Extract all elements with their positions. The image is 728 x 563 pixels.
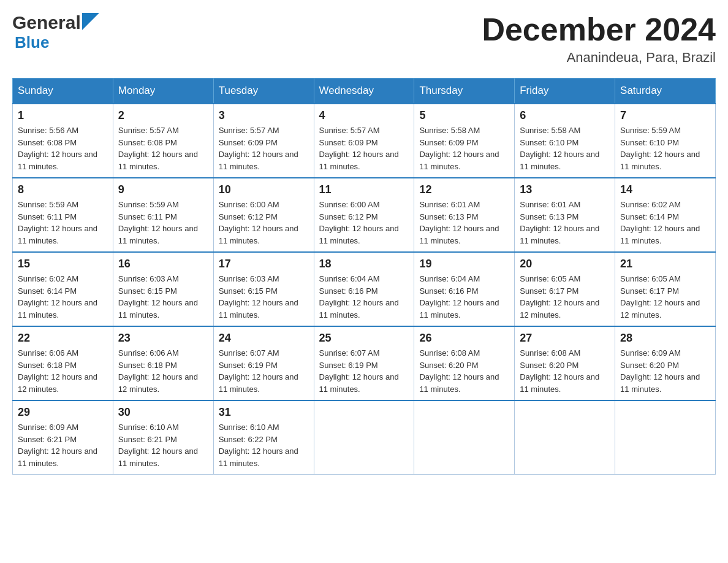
logo-blue-text: Blue bbox=[15, 33, 49, 52]
calendar-week-row: 1Sunrise: 5:56 AMSunset: 6:08 PMDaylight… bbox=[13, 104, 716, 178]
calendar-cell: 4Sunrise: 5:57 AMSunset: 6:09 PMDaylight… bbox=[314, 104, 414, 178]
page-header: General Blue December 2024 Ananindeua, P… bbox=[12, 12, 716, 66]
day-info: Sunrise: 6:02 AMSunset: 6:14 PMDaylight:… bbox=[620, 199, 710, 247]
day-number: 23 bbox=[118, 332, 208, 345]
calendar-cell: 17Sunrise: 6:03 AMSunset: 6:15 PMDayligh… bbox=[213, 252, 314, 326]
day-info: Sunrise: 6:07 AMSunset: 6:19 PMDaylight:… bbox=[319, 347, 409, 395]
logo: General Blue bbox=[12, 12, 100, 52]
day-number: 10 bbox=[219, 183, 309, 196]
calendar-cell: 3Sunrise: 5:57 AMSunset: 6:09 PMDaylight… bbox=[213, 104, 314, 178]
calendar-day-header: Sunday bbox=[13, 79, 113, 104]
day-number: 2 bbox=[118, 109, 208, 122]
calendar-cell: 15Sunrise: 6:02 AMSunset: 6:14 PMDayligh… bbox=[13, 252, 113, 326]
day-number: 7 bbox=[620, 109, 710, 122]
day-info: Sunrise: 6:05 AMSunset: 6:17 PMDaylight:… bbox=[520, 273, 610, 321]
day-number: 6 bbox=[520, 109, 610, 122]
day-number: 15 bbox=[18, 258, 108, 270]
calendar-day-header: Wednesday bbox=[314, 79, 414, 104]
day-number: 12 bbox=[419, 183, 509, 196]
day-info: Sunrise: 5:57 AMSunset: 6:08 PMDaylight:… bbox=[118, 124, 208, 172]
day-info: Sunrise: 6:02 AMSunset: 6:14 PMDaylight:… bbox=[18, 273, 108, 321]
calendar-cell bbox=[515, 400, 615, 475]
day-number: 9 bbox=[118, 183, 208, 196]
calendar-cell: 7Sunrise: 5:59 AMSunset: 6:10 PMDaylight… bbox=[615, 104, 716, 178]
calendar-table: SundayMondayTuesdayWednesdayThursdayFrid… bbox=[12, 78, 716, 475]
calendar-week-row: 8Sunrise: 5:59 AMSunset: 6:11 PMDaylight… bbox=[13, 178, 716, 252]
calendar-cell bbox=[314, 400, 414, 475]
day-info: Sunrise: 6:05 AMSunset: 6:17 PMDaylight:… bbox=[620, 273, 710, 321]
location-text: Ananindeua, Para, Brazil bbox=[482, 50, 716, 66]
day-number: 17 bbox=[219, 258, 309, 270]
calendar-day-header: Monday bbox=[113, 79, 213, 104]
day-number: 31 bbox=[219, 406, 309, 419]
calendar-cell: 26Sunrise: 6:08 AMSunset: 6:20 PMDayligh… bbox=[414, 326, 515, 400]
calendar-cell: 16Sunrise: 6:03 AMSunset: 6:15 PMDayligh… bbox=[113, 252, 213, 326]
calendar-week-row: 22Sunrise: 6:06 AMSunset: 6:18 PMDayligh… bbox=[13, 326, 716, 400]
calendar-cell: 27Sunrise: 6:08 AMSunset: 6:20 PMDayligh… bbox=[515, 326, 615, 400]
day-info: Sunrise: 6:06 AMSunset: 6:18 PMDaylight:… bbox=[18, 347, 108, 395]
day-info: Sunrise: 5:57 AMSunset: 6:09 PMDaylight:… bbox=[319, 124, 409, 172]
day-info: Sunrise: 5:56 AMSunset: 6:08 PMDaylight:… bbox=[18, 124, 108, 172]
day-info: Sunrise: 6:09 AMSunset: 6:21 PMDaylight:… bbox=[18, 421, 108, 469]
calendar-cell: 13Sunrise: 6:01 AMSunset: 6:13 PMDayligh… bbox=[515, 178, 615, 252]
calendar-day-header: Saturday bbox=[615, 79, 716, 104]
day-info: Sunrise: 6:08 AMSunset: 6:20 PMDaylight:… bbox=[520, 347, 610, 395]
day-number: 27 bbox=[520, 332, 610, 345]
logo-general-text: General bbox=[12, 12, 81, 33]
day-info: Sunrise: 6:04 AMSunset: 6:16 PMDaylight:… bbox=[319, 273, 409, 321]
calendar-cell: 19Sunrise: 6:04 AMSunset: 6:16 PMDayligh… bbox=[414, 252, 515, 326]
day-info: Sunrise: 6:07 AMSunset: 6:19 PMDaylight:… bbox=[219, 347, 309, 395]
day-info: Sunrise: 5:58 AMSunset: 6:09 PMDaylight:… bbox=[419, 124, 509, 172]
day-number: 24 bbox=[219, 332, 309, 345]
day-number: 22 bbox=[18, 332, 108, 345]
day-info: Sunrise: 6:10 AMSunset: 6:21 PMDaylight:… bbox=[118, 421, 208, 469]
calendar-cell: 14Sunrise: 6:02 AMSunset: 6:14 PMDayligh… bbox=[615, 178, 716, 252]
day-number: 4 bbox=[319, 109, 409, 122]
calendar-cell: 10Sunrise: 6:00 AMSunset: 6:12 PMDayligh… bbox=[213, 178, 314, 252]
calendar-week-row: 15Sunrise: 6:02 AMSunset: 6:14 PMDayligh… bbox=[13, 252, 716, 326]
calendar-cell: 29Sunrise: 6:09 AMSunset: 6:21 PMDayligh… bbox=[13, 400, 113, 475]
day-number: 25 bbox=[319, 332, 409, 345]
calendar-cell: 20Sunrise: 6:05 AMSunset: 6:17 PMDayligh… bbox=[515, 252, 615, 326]
calendar-header-row: SundayMondayTuesdayWednesdayThursdayFrid… bbox=[13, 79, 716, 104]
calendar-cell: 23Sunrise: 6:06 AMSunset: 6:18 PMDayligh… bbox=[113, 326, 213, 400]
calendar-cell: 9Sunrise: 5:59 AMSunset: 6:11 PMDaylight… bbox=[113, 178, 213, 252]
day-number: 16 bbox=[118, 258, 208, 270]
day-info: Sunrise: 5:59 AMSunset: 6:10 PMDaylight:… bbox=[620, 124, 710, 172]
calendar-cell: 31Sunrise: 6:10 AMSunset: 6:22 PMDayligh… bbox=[213, 400, 314, 475]
day-number: 20 bbox=[520, 258, 610, 270]
day-number: 11 bbox=[319, 183, 409, 196]
day-info: Sunrise: 6:06 AMSunset: 6:18 PMDaylight:… bbox=[118, 347, 208, 395]
day-info: Sunrise: 6:00 AMSunset: 6:12 PMDaylight:… bbox=[319, 199, 409, 247]
day-number: 30 bbox=[118, 406, 208, 419]
calendar-cell bbox=[414, 400, 515, 475]
calendar-cell: 25Sunrise: 6:07 AMSunset: 6:19 PMDayligh… bbox=[314, 326, 414, 400]
svg-marker-0 bbox=[82, 13, 99, 30]
calendar-day-header: Thursday bbox=[414, 79, 515, 104]
day-info: Sunrise: 6:09 AMSunset: 6:20 PMDaylight:… bbox=[620, 347, 710, 395]
day-number: 14 bbox=[620, 183, 710, 196]
calendar-cell: 22Sunrise: 6:06 AMSunset: 6:18 PMDayligh… bbox=[13, 326, 113, 400]
day-number: 19 bbox=[419, 258, 509, 270]
calendar-day-header: Tuesday bbox=[213, 79, 314, 104]
day-info: Sunrise: 6:01 AMSunset: 6:13 PMDaylight:… bbox=[520, 199, 610, 247]
day-info: Sunrise: 5:59 AMSunset: 6:11 PMDaylight:… bbox=[18, 199, 108, 247]
day-info: Sunrise: 6:01 AMSunset: 6:13 PMDaylight:… bbox=[419, 199, 509, 247]
calendar-cell: 21Sunrise: 6:05 AMSunset: 6:17 PMDayligh… bbox=[615, 252, 716, 326]
day-info: Sunrise: 6:08 AMSunset: 6:20 PMDaylight:… bbox=[419, 347, 509, 395]
day-info: Sunrise: 5:57 AMSunset: 6:09 PMDaylight:… bbox=[219, 124, 309, 172]
day-info: Sunrise: 6:03 AMSunset: 6:15 PMDaylight:… bbox=[118, 273, 208, 321]
calendar-cell: 2Sunrise: 5:57 AMSunset: 6:08 PMDaylight… bbox=[113, 104, 213, 178]
day-info: Sunrise: 6:03 AMSunset: 6:15 PMDaylight:… bbox=[219, 273, 309, 321]
calendar-cell: 11Sunrise: 6:00 AMSunset: 6:12 PMDayligh… bbox=[314, 178, 414, 252]
day-number: 21 bbox=[620, 258, 710, 270]
day-number: 26 bbox=[419, 332, 509, 345]
day-info: Sunrise: 5:58 AMSunset: 6:10 PMDaylight:… bbox=[520, 124, 610, 172]
day-info: Sunrise: 6:00 AMSunset: 6:12 PMDaylight:… bbox=[219, 199, 309, 247]
day-number: 3 bbox=[219, 109, 309, 122]
calendar-cell: 1Sunrise: 5:56 AMSunset: 6:08 PMDaylight… bbox=[13, 104, 113, 178]
day-number: 13 bbox=[520, 183, 610, 196]
calendar-cell: 18Sunrise: 6:04 AMSunset: 6:16 PMDayligh… bbox=[314, 252, 414, 326]
calendar-cell: 28Sunrise: 6:09 AMSunset: 6:20 PMDayligh… bbox=[615, 326, 716, 400]
calendar-day-header: Friday bbox=[515, 79, 615, 104]
